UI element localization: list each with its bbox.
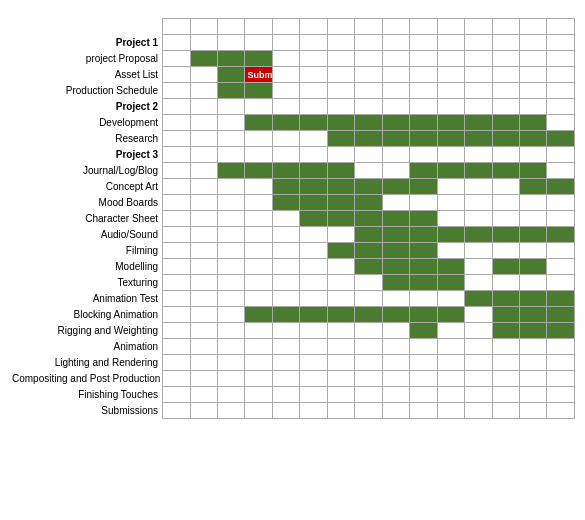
- schedule-cell: [492, 19, 519, 35]
- row-label: Animation: [10, 339, 163, 355]
- schedule-cell: [492, 307, 519, 323]
- schedule-cell: [547, 403, 575, 419]
- schedule-cell: [465, 115, 492, 131]
- table-row: Animation Test: [10, 291, 575, 307]
- schedule-cell: [300, 163, 327, 179]
- table-row: Filming: [10, 243, 575, 259]
- table-row: [10, 19, 575, 35]
- schedule-cell: [410, 35, 437, 51]
- schedule-cell: [163, 115, 190, 131]
- row-label: Compositing and Post Production: [10, 371, 163, 387]
- schedule-cell: [272, 371, 299, 387]
- schedule-cell: [437, 179, 464, 195]
- schedule-cell: [272, 211, 299, 227]
- row-label: Project 1: [10, 35, 163, 51]
- schedule-cell: [327, 243, 354, 259]
- schedule-cell: [492, 99, 519, 115]
- schedule-cell: [217, 291, 244, 307]
- schedule-cell: [519, 307, 546, 323]
- schedule-cell: [382, 307, 409, 323]
- schedule-cell: [355, 163, 382, 179]
- schedule-cell: [382, 99, 409, 115]
- table-row: Asset ListSubmit: [10, 67, 575, 83]
- schedule-cell: [217, 131, 244, 147]
- schedule-cell: [465, 275, 492, 291]
- schedule-cell: [163, 243, 190, 259]
- schedule-cell: [547, 163, 575, 179]
- schedule-cell: [519, 131, 546, 147]
- schedule-cell: [163, 67, 190, 83]
- schedule-cell: [163, 259, 190, 275]
- schedule-cell: [327, 307, 354, 323]
- schedule-cell: [547, 67, 575, 83]
- schedule-cell: [492, 131, 519, 147]
- schedule-cell: [245, 243, 272, 259]
- table-row: Rigging and Weighting: [10, 323, 575, 339]
- schedule-cell: [327, 387, 354, 403]
- schedule-cell: [190, 211, 217, 227]
- schedule-cell: [437, 35, 464, 51]
- schedule-cell: [245, 291, 272, 307]
- schedule-cell: [245, 147, 272, 163]
- schedule-cell: [163, 51, 190, 67]
- schedule-cell: [163, 403, 190, 419]
- schedule-cell: [327, 99, 354, 115]
- schedule-cell: [300, 323, 327, 339]
- schedule-cell: [217, 403, 244, 419]
- schedule-cell: [492, 259, 519, 275]
- schedule-cell: [163, 291, 190, 307]
- schedule-cell: [272, 131, 299, 147]
- schedule-cell: [437, 323, 464, 339]
- schedule-cell: [217, 259, 244, 275]
- schedule-cell: [190, 99, 217, 115]
- schedule-cell: [382, 243, 409, 259]
- schedule-cell: [410, 179, 437, 195]
- schedule-cell: [327, 131, 354, 147]
- row-label: Research: [10, 131, 163, 147]
- schedule-cell: [437, 163, 464, 179]
- schedule-cell: [547, 291, 575, 307]
- table-row: Journal/Log/Blog: [10, 163, 575, 179]
- schedule-cell: [190, 147, 217, 163]
- schedule-cell: [410, 275, 437, 291]
- row-label: Audio/Sound: [10, 227, 163, 243]
- schedule-cell: [245, 179, 272, 195]
- schedule-cell: [465, 179, 492, 195]
- schedule-cell: [272, 387, 299, 403]
- schedule-cell: [465, 131, 492, 147]
- schedule-cell: [217, 83, 244, 99]
- schedule-cell: [245, 131, 272, 147]
- schedule-cell: [382, 275, 409, 291]
- schedule-cell: [355, 403, 382, 419]
- schedule-cell: [245, 99, 272, 115]
- schedule-cell: [300, 403, 327, 419]
- schedule-cell: [547, 35, 575, 51]
- schedule-cell: [382, 323, 409, 339]
- schedule-cell: [163, 211, 190, 227]
- schedule-cell: [245, 259, 272, 275]
- schedule-cell: [437, 147, 464, 163]
- schedule-cell: [382, 387, 409, 403]
- schedule-cell: [465, 195, 492, 211]
- schedule-cell: [519, 115, 546, 131]
- schedule-cell: [437, 83, 464, 99]
- schedule-cell: [519, 67, 546, 83]
- schedule-cell: [437, 339, 464, 355]
- schedule-cell: [437, 115, 464, 131]
- schedule-cell: [355, 227, 382, 243]
- schedule-cell: [382, 19, 409, 35]
- schedule-cell: [465, 211, 492, 227]
- schedule-cell: [300, 339, 327, 355]
- schedule-cell: [327, 275, 354, 291]
- schedule-cell: [327, 259, 354, 275]
- schedule-cell: [217, 99, 244, 115]
- schedule-cell: [217, 275, 244, 291]
- schedule-cell: [382, 131, 409, 147]
- schedule-cell: [492, 291, 519, 307]
- schedule-cell: [190, 115, 217, 131]
- schedule-cell: [190, 387, 217, 403]
- row-label: Project 2: [10, 99, 163, 115]
- schedule-cell: [272, 291, 299, 307]
- schedule-cell: [355, 307, 382, 323]
- schedule-cell: [272, 115, 299, 131]
